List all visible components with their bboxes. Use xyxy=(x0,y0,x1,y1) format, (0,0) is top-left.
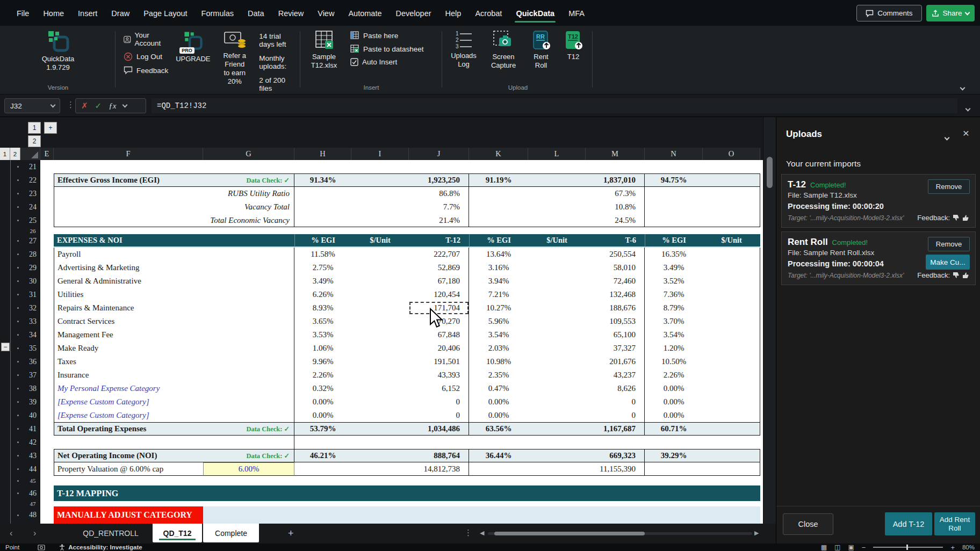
formula-bar-expand-chevron-icon[interactable] xyxy=(966,103,970,113)
cell-K35[interactable]: 2.03% xyxy=(469,342,528,355)
sample-t12-button[interactable]: Sample T12.xlsx xyxy=(306,26,342,70)
cell-N39[interactable]: 0.00% xyxy=(645,395,703,409)
cell-M40[interactable]: 0 xyxy=(586,409,645,422)
cell-O27[interactable]: $/Unit xyxy=(703,234,760,248)
cell-K26[interactable] xyxy=(469,227,528,234)
cell-O23[interactable] xyxy=(703,187,760,200)
cell-N32[interactable]: 8.79% xyxy=(645,301,703,315)
cell-I43[interactable] xyxy=(351,449,409,462)
cell-F27[interactable]: EXPENSES & NOI xyxy=(54,234,294,248)
cell-M37[interactable]: 43,237 xyxy=(586,368,645,382)
cell-M25[interactable]: 24.5% xyxy=(586,214,645,227)
cell-G37[interactable] xyxy=(203,368,294,382)
cell-O22[interactable] xyxy=(703,173,760,187)
cell-O30[interactable] xyxy=(703,274,760,288)
cell-F31[interactable]: Utilities xyxy=(54,288,203,301)
cell-N28[interactable]: 16.35% xyxy=(645,248,703,261)
cell-G35[interactable] xyxy=(203,342,294,355)
horizontal-scrollbar[interactable] xyxy=(488,532,752,535)
cell-F40[interactable]: [Expense Custom Category] xyxy=(54,409,203,422)
cell-E23[interactable] xyxy=(40,187,54,200)
cell-O41[interactable] xyxy=(703,422,760,436)
cell-N34[interactable]: 3.54% xyxy=(645,328,703,342)
cell-G33[interactable] xyxy=(203,315,294,328)
ribbon-collapse-chevron-icon[interactable] xyxy=(961,82,964,92)
cell-N44[interactable] xyxy=(645,462,703,476)
cell-K32[interactable]: 10.27% xyxy=(469,301,528,315)
cell-I28[interactable] xyxy=(351,248,409,261)
cell-J25[interactable]: 21.4% xyxy=(409,214,469,227)
cell-H39[interactable]: 0.00% xyxy=(294,395,351,409)
cell-E30[interactable] xyxy=(40,274,54,288)
cell-H26[interactable] xyxy=(294,227,351,234)
cell-F32[interactable]: Repairs & Maintenance xyxy=(54,301,203,315)
zoom-in-icon[interactable]: + xyxy=(950,543,955,551)
make-custom-button[interactable]: Make Cu... xyxy=(926,255,970,270)
cell-M29[interactable]: 58,010 xyxy=(586,261,645,274)
cell-L43[interactable] xyxy=(528,449,586,462)
cell-G25[interactable]: Total Economic Vacancy xyxy=(203,214,294,227)
menu-item-insert[interactable]: Insert xyxy=(71,0,104,26)
cell-N23[interactable] xyxy=(645,187,703,200)
cell-L34[interactable] xyxy=(528,328,586,342)
cell-J21[interactable] xyxy=(409,160,469,173)
cell-M34[interactable]: 65,100 xyxy=(586,328,645,342)
cell-N22[interactable]: 94.75% xyxy=(645,173,703,187)
cell-I47[interactable] xyxy=(351,501,409,506)
row-header-31[interactable]: 31 xyxy=(25,288,40,301)
cell-I41[interactable] xyxy=(351,422,409,436)
cell-N42[interactable] xyxy=(645,436,703,449)
row-header-46[interactable]: 46 xyxy=(25,485,40,501)
cell-M42[interactable] xyxy=(586,436,645,449)
cell-L41[interactable] xyxy=(528,422,586,436)
cell-G26[interactable] xyxy=(203,227,294,234)
cell-J26[interactable] xyxy=(409,227,469,234)
cell-G24[interactable]: Vacancy Total xyxy=(203,200,294,214)
menu-item-review[interactable]: Review xyxy=(271,0,311,26)
your-account-button[interactable]: Your Account xyxy=(124,31,168,47)
cell-F39[interactable]: [Expense Custom Category] xyxy=(54,395,203,409)
cell-J35[interactable]: 20,406 xyxy=(409,342,469,355)
cell-K21[interactable] xyxy=(469,160,528,173)
cell-L35[interactable] xyxy=(528,342,586,355)
cell-F44[interactable]: Property Valuation @ 6.00% cap xyxy=(54,462,203,476)
cell-N41[interactable]: 60.71% xyxy=(645,422,703,436)
column-header-J[interactable]: J xyxy=(409,148,469,160)
cell-O36[interactable] xyxy=(703,355,760,368)
column-header-G[interactable]: G xyxy=(203,148,294,160)
cell-G48[interactable] xyxy=(203,506,760,524)
cell-O43[interactable] xyxy=(703,449,760,462)
cell-G36[interactable] xyxy=(203,355,294,368)
cell-I23[interactable] xyxy=(351,187,409,200)
cell-H44[interactable] xyxy=(294,462,351,476)
cell-O29[interactable] xyxy=(703,261,760,274)
column-header-O[interactable]: O xyxy=(703,148,760,160)
cell-M33[interactable]: 109,553 xyxy=(586,315,645,328)
cell-L42[interactable] xyxy=(528,436,586,449)
cell-I38[interactable] xyxy=(351,382,409,395)
cell-L44[interactable] xyxy=(528,462,586,476)
cell-M38[interactable]: 8,626 xyxy=(586,382,645,395)
cell-H35[interactable]: 1.06% xyxy=(294,342,351,355)
cell-J29[interactable]: 52,869 xyxy=(409,261,469,274)
cell-L33[interactable] xyxy=(528,315,586,328)
horizontal-scrollbar-thumb[interactable] xyxy=(494,532,645,535)
column-header-F[interactable]: F xyxy=(54,148,203,160)
row-header-26[interactable]: 26 xyxy=(25,227,40,234)
cell-K45[interactable] xyxy=(469,476,528,485)
cell-H41[interactable]: 53.79% xyxy=(294,422,351,436)
cell-I21[interactable] xyxy=(351,160,409,173)
cell-M35[interactable]: 37,327 xyxy=(586,342,645,355)
cell-L47[interactable] xyxy=(528,501,586,506)
cell-G41[interactable]: Data Check: ✓ xyxy=(203,422,294,436)
cell-M36[interactable]: 201,676 xyxy=(586,355,645,368)
menu-item-page-layout[interactable]: Page Layout xyxy=(136,0,194,26)
cell-E22[interactable] xyxy=(40,173,54,187)
column-outline-level-2-button[interactable]: 2 xyxy=(28,135,41,147)
cell-I34[interactable] xyxy=(351,328,409,342)
cell-K42[interactable] xyxy=(469,436,528,449)
cell-I39[interactable] xyxy=(351,395,409,409)
cell-E48[interactable] xyxy=(40,506,54,524)
cell-L23[interactable] xyxy=(528,187,586,200)
cell-J22[interactable]: 1,923,250 xyxy=(409,173,469,187)
